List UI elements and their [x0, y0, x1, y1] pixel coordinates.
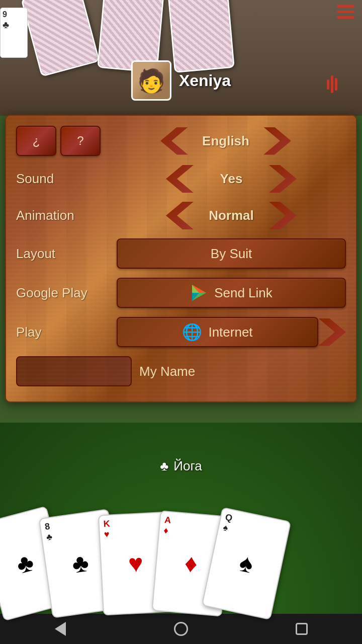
sound-row: Sound Yes [16, 165, 346, 193]
wave-bar-1 [327, 79, 329, 90]
sound-value: Yes [194, 171, 269, 187]
yoga-text: Йога [173, 458, 202, 474]
animation-value: Normal [194, 208, 269, 223]
play-control: 🌐 Internet [117, 317, 346, 347]
sound-arrow-right[interactable] [269, 165, 297, 193]
play-row: Play 🌐 Internet [16, 317, 346, 347]
animation-arrow-left[interactable] [166, 202, 194, 229]
google-play-row: Google Play Send Link [16, 278, 346, 308]
menu-button[interactable] [337, 5, 357, 19]
name-input[interactable] [16, 356, 132, 386]
my-name-row: My Name [16, 356, 346, 386]
play-store-icon [190, 284, 208, 302]
navigation-bar [0, 614, 362, 644]
player-info: 🧑 Xeniya [131, 60, 231, 101]
menu-line-3 [337, 16, 354, 19]
globe-icon: 🌐 [182, 323, 202, 342]
back-icon [55, 622, 66, 636]
home-icon [174, 622, 188, 636]
bottom-cards: K♣ ♣ 8♣ ♣ K♥ ♥ A♦ ♦ Q♠ ♠ [0, 513, 282, 614]
language-control: English [106, 127, 346, 155]
internet-label: Internet [208, 325, 252, 340]
language-icon-2[interactable]: ? [60, 126, 101, 156]
yoga-label: ♣ Йога [160, 458, 202, 474]
internet-button[interactable]: 🌐 Internet [117, 317, 318, 347]
menu-line-1 [337, 5, 354, 8]
animation-control: Normal [117, 202, 346, 229]
animation-arrow-right[interactable] [269, 202, 297, 229]
wave-bar-2 [331, 75, 333, 93]
language-arrow-right[interactable] [263, 127, 291, 155]
layout-row: Layout By Suit [16, 238, 346, 269]
play-label: Play [16, 325, 117, 340]
menu-line-2 [337, 11, 354, 13]
play-arrow-right[interactable] [318, 318, 346, 346]
send-link-label: Send Link [214, 285, 273, 301]
animation-label: Animation [16, 208, 117, 223]
layout-button[interactable]: By Suit [117, 238, 346, 269]
recent-apps-button[interactable] [289, 616, 314, 641]
google-play-label: Google Play [16, 285, 117, 301]
sound-control: Yes [117, 165, 346, 193]
language-row: ¿ ? English [16, 126, 346, 156]
player-name: Xeniya [179, 71, 231, 90]
language-arrow-left[interactable] [160, 127, 188, 155]
sound-label: Sound [16, 171, 117, 187]
animation-row: Animation Normal [16, 202, 346, 229]
sound-button[interactable] [327, 75, 352, 101]
club-suit-icon: ♣ [160, 458, 168, 474]
home-button[interactable] [168, 616, 194, 641]
layout-label: Layout [16, 246, 117, 262]
my-name-label: My Name [139, 364, 195, 379]
recent-apps-icon [296, 623, 308, 635]
corner-card: 9 ♣ [0, 8, 28, 58]
language-value: English [188, 133, 263, 149]
avatar: 🧑 [131, 60, 171, 101]
settings-panel: ¿ ? English Sound Yes Animation Normal L… [5, 115, 357, 403]
language-icons: ¿ ? [16, 126, 101, 156]
language-icon-1[interactable]: ¿ [16, 126, 56, 156]
back-button[interactable] [48, 616, 73, 641]
send-link-button[interactable]: Send Link [117, 278, 346, 308]
wave-bar-3 [335, 78, 337, 91]
sound-arrow-left[interactable] [166, 165, 194, 193]
